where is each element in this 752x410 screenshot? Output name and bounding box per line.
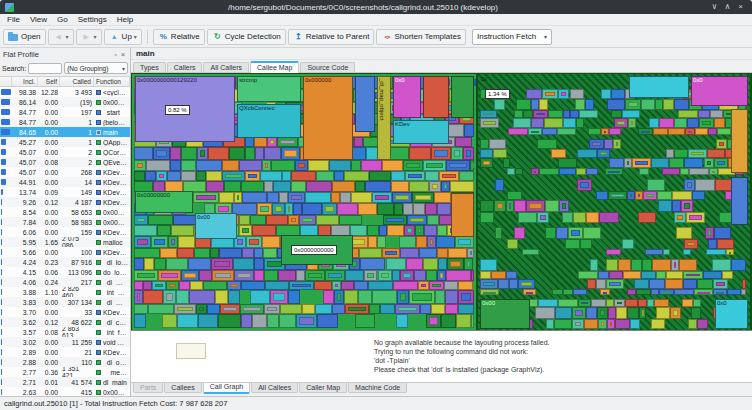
treemap-cell[interactable] <box>559 168 576 175</box>
treemap-cell[interactable] <box>329 160 351 171</box>
treemap-cell[interactable] <box>580 239 592 250</box>
treemap-cell[interactable] <box>579 110 598 118</box>
treemap-cell[interactable] <box>383 215 407 225</box>
treemap-cell[interactable] <box>156 171 167 182</box>
treemap-cell[interactable] <box>246 236 263 248</box>
treemap-block-qxcbconnec[interactable]: QXcbConnec <box>237 104 301 138</box>
treemap-cell[interactable] <box>523 289 536 295</box>
treemap-cell[interactable] <box>616 307 626 318</box>
treemap-cell[interactable] <box>506 200 514 211</box>
treemap-cell[interactable] <box>613 139 621 149</box>
treemap-cell[interactable] <box>418 281 428 290</box>
treemap-cell[interactable] <box>674 118 687 128</box>
treemap-cell[interactable] <box>254 258 264 270</box>
treemap-cell[interactable] <box>379 225 387 236</box>
treemap-cell[interactable] <box>387 225 403 236</box>
treemap-cell[interactable] <box>429 181 441 192</box>
treemap-cell[interactable] <box>437 270 446 281</box>
treemap-cell[interactable] <box>391 181 410 192</box>
treemap-cell[interactable] <box>148 215 173 225</box>
treemap-cell[interactable] <box>272 203 285 214</box>
treemap-cell[interactable] <box>369 304 380 315</box>
treemap-cell[interactable] <box>181 147 197 160</box>
treemap-cell[interactable] <box>416 236 426 248</box>
treemap-cell[interactable] <box>403 160 423 171</box>
treemap-cell[interactable] <box>359 248 382 257</box>
treemap-cell[interactable] <box>134 215 148 225</box>
treemap-cell[interactable] <box>715 179 733 191</box>
treemap-cell[interactable] <box>741 289 746 295</box>
treemap-cell[interactable] <box>242 248 254 257</box>
treemap-cell[interactable] <box>666 271 683 279</box>
treemap-cell[interactable] <box>448 248 467 257</box>
treemap-cell[interactable] <box>399 236 417 248</box>
treemap-cell[interactable] <box>413 203 425 214</box>
tab-parts[interactable]: Parts <box>133 383 163 393</box>
treemap-cell[interactable] <box>315 304 332 315</box>
treemap-cell[interactable] <box>134 225 157 236</box>
treemap-cell[interactable] <box>242 192 267 203</box>
treemap-cell[interactable] <box>143 290 163 303</box>
treemap-cell[interactable] <box>558 89 569 99</box>
tab-call-graph[interactable]: Call Graph <box>203 382 250 394</box>
treemap-cell[interactable] <box>514 110 523 118</box>
treemap-cell[interactable] <box>705 227 714 239</box>
toolbar-button-open[interactable]: Open <box>3 29 46 45</box>
treemap-cell[interactable] <box>627 289 636 295</box>
treemap-cell[interactable] <box>669 158 684 168</box>
treemap-cell[interactable] <box>174 304 197 315</box>
treemap-cell[interactable] <box>692 191 705 201</box>
treemap-cell[interactable] <box>607 319 615 329</box>
treemap-cell[interactable] <box>203 281 227 290</box>
treemap-cell[interactable] <box>267 137 276 147</box>
treemap-cell[interactable] <box>143 281 151 290</box>
treemap-cell[interactable] <box>578 271 598 279</box>
treemap-cell[interactable] <box>144 258 155 270</box>
treemap-cell[interactable] <box>377 203 394 214</box>
treemap-cell[interactable] <box>273 181 291 192</box>
treemap-cell[interactable] <box>693 299 702 307</box>
treemap-cell[interactable] <box>562 212 572 223</box>
treemap-cell[interactable] <box>480 118 499 128</box>
treemap-block-0x00[interactable]: 0x00 <box>480 299 530 329</box>
treemap-cell[interactable] <box>672 191 692 201</box>
treemap-cell[interactable] <box>697 279 713 289</box>
treemap-cell[interactable] <box>498 279 510 289</box>
table-row[interactable]: 6.060.00159KDevelop::Core::self() <box>0 227 130 237</box>
treemap-cell[interactable] <box>334 171 343 182</box>
treemap-cell[interactable] <box>588 128 601 135</box>
treemap-cell[interactable] <box>507 239 518 250</box>
treemap-cell[interactable] <box>334 290 344 303</box>
treemap-cell[interactable] <box>691 307 701 318</box>
treemap-cell[interactable] <box>188 258 211 270</box>
treemap-cell[interactable] <box>305 270 325 281</box>
treemap-cell[interactable] <box>365 181 391 192</box>
treemap-cell[interactable] <box>431 147 450 160</box>
treemap-cell[interactable] <box>674 212 686 223</box>
treemap-cell[interactable] <box>425 203 437 214</box>
treemap-cell[interactable] <box>596 279 606 289</box>
treemap-cell[interactable] <box>444 281 458 290</box>
treemap-cell[interactable] <box>345 270 364 281</box>
treemap-cell[interactable] <box>638 299 647 307</box>
search-input[interactable] <box>28 63 62 74</box>
treemap-cell[interactable] <box>647 299 654 307</box>
treemap-cell[interactable] <box>380 304 395 315</box>
treemap-cell[interactable] <box>367 225 379 236</box>
treemap-cell[interactable] <box>451 147 464 160</box>
toolbar-button-back[interactable] <box>48 29 74 45</box>
treemap-cell[interactable] <box>649 279 665 289</box>
treemap-cell[interactable] <box>425 171 439 182</box>
treemap-cell[interactable] <box>134 171 145 182</box>
treemap-cell[interactable] <box>494 200 506 211</box>
treemap-cell[interactable] <box>714 158 728 168</box>
treemap-cell[interactable] <box>666 149 673 158</box>
treemap-cell[interactable] <box>573 289 586 295</box>
treemap-block-dl-map-object[interactable]: _dl_map_object <box>377 76 391 160</box>
grouping-combo[interactable]: (No Grouping) <box>64 62 128 74</box>
treemap-cell[interactable] <box>688 149 707 158</box>
treemap-cell[interactable] <box>639 307 646 318</box>
treemap-cell[interactable] <box>742 279 746 289</box>
treemap-cell[interactable] <box>264 147 281 160</box>
treemap-cell[interactable] <box>651 158 669 168</box>
